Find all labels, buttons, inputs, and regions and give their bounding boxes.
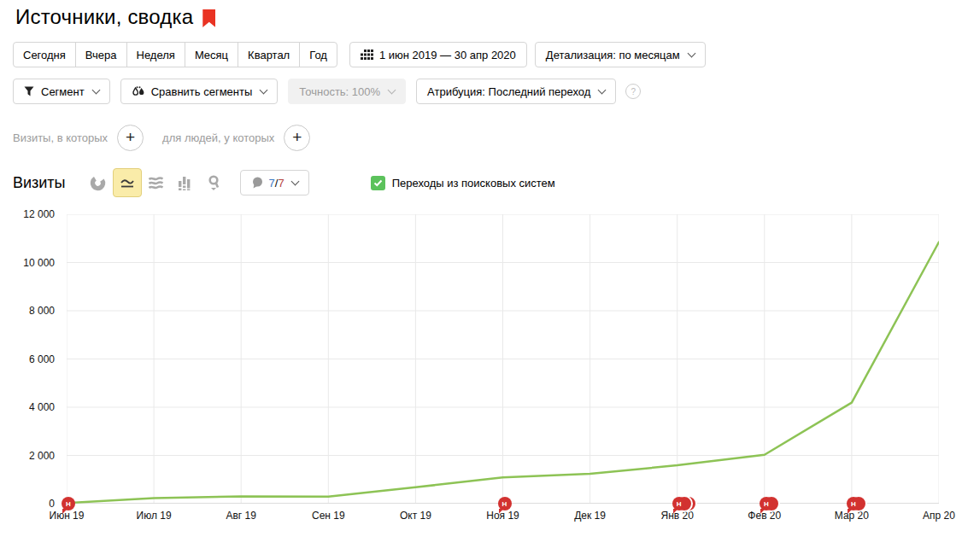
page-title: Источники, сводка	[15, 5, 193, 29]
chevron-down-icon	[687, 50, 695, 58]
x-axis-label: Мар 20	[835, 510, 869, 522]
bar-chart-button[interactable]	[171, 168, 200, 197]
bar-chart-icon	[178, 176, 193, 190]
y-axis-label: 8 000	[0, 305, 55, 317]
line-chart-icon	[120, 177, 135, 190]
attribution-label: Атрибуция: Последний переход	[427, 85, 590, 98]
compare-segments-label: Сравнить сегменты	[151, 85, 253, 98]
chevron-down-icon	[91, 86, 100, 95]
comment-bubble-icon	[251, 177, 264, 189]
pie-chart-icon	[90, 175, 106, 191]
x-axis-label: Авг 19	[226, 510, 255, 522]
date-range-value: 1 июн 2019 — 30 апр 2020	[379, 49, 516, 61]
period-button-3[interactable]: Месяц	[185, 42, 238, 67]
attribution-button[interactable]: Атрибуция: Последний переход	[416, 79, 616, 104]
stacked-area-button[interactable]	[142, 168, 171, 197]
x-axis-label: Дек 19	[574, 510, 606, 522]
geo-map-button[interactable]	[200, 168, 229, 197]
legend-checkbox-row[interactable]: Переходы из поисковых систем	[371, 176, 555, 190]
notice-marker-icon: Н	[62, 497, 75, 510]
visits-line-chart[interactable]	[67, 214, 939, 504]
date-range-button[interactable]: 1 июн 2019 — 30 апр 2020	[349, 42, 527, 67]
y-axis-label: 0	[0, 498, 55, 510]
period-button-group: СегодняВчераНеделяМесяцКварталГод	[13, 42, 337, 67]
notice-marker[interactable]: Н	[760, 497, 773, 510]
chevron-down-icon	[388, 86, 396, 95]
x-axis-label: Окт 19	[400, 510, 431, 522]
x-axis-label: Сен 19	[312, 510, 345, 522]
notice-marker-icon: Н	[672, 497, 686, 510]
y-axis-label: 4 000	[0, 401, 55, 413]
notice-marker[interactable]: Н	[847, 497, 860, 510]
legend-label: Переходы из поисковых систем	[392, 177, 555, 190]
stacked-area-icon	[148, 176, 164, 190]
period-button-1[interactable]: Вчера	[75, 42, 127, 67]
people-filter-label: для людей, у которых	[162, 131, 274, 144]
period-button-2[interactable]: Неделя	[126, 42, 185, 67]
sources-summary-page: { "page": { "title": "Источники, сводка"…	[0, 0, 962, 560]
compare-segments-button[interactable]: Сравнить сегменты	[120, 79, 279, 104]
segment-button[interactable]: Сегмент	[13, 79, 110, 104]
x-axis-label: Июл 19	[137, 510, 172, 522]
notice-marker-icon: Н	[498, 497, 512, 510]
y-axis-label: 10 000	[0, 257, 55, 269]
accuracy-button[interactable]: Точность: 100%	[288, 79, 406, 104]
x-axis-label: Апр 20	[923, 510, 955, 522]
notice-marker-icon: Н	[847, 497, 860, 510]
detail-label: Детализация: по месяцам	[546, 49, 680, 61]
line-chart-button[interactable]	[113, 168, 142, 197]
metric-title: Визиты	[13, 174, 66, 192]
geo-map-icon	[208, 175, 220, 191]
add-people-filter-button[interactable]: +	[284, 125, 310, 151]
goals-button[interactable]: 7/7	[240, 170, 309, 195]
notice-marker[interactable]: Н	[62, 497, 75, 510]
notice-marker-icon: Н	[760, 497, 773, 510]
chevron-down-icon	[290, 178, 299, 186]
x-axis-label: Фев 20	[748, 510, 781, 522]
checkbox-checked-icon[interactable]	[371, 176, 385, 190]
x-axis-label: Июн 19	[50, 510, 85, 522]
pie-chart-button[interactable]	[84, 168, 113, 197]
notice-marker[interactable]: Н	[498, 497, 512, 510]
segment-label: Сегмент	[41, 85, 85, 98]
period-button-5[interactable]: Год	[299, 42, 337, 67]
help-icon[interactable]: ?	[625, 84, 641, 99]
chevron-down-icon	[598, 86, 607, 95]
x-axis-label: Ноя 19	[486, 510, 519, 522]
notice-marker[interactable]: Н	[672, 497, 686, 510]
chevron-down-icon	[260, 86, 268, 95]
add-visit-filter-button[interactable]: +	[117, 125, 144, 151]
period-button-4[interactable]: Квартал	[238, 42, 300, 67]
visits-filter-label: Визиты, в которых	[13, 131, 108, 144]
y-axis-label: 12 000	[0, 208, 55, 220]
calendar-icon	[361, 50, 373, 60]
accuracy-label: Точность: 100%	[299, 85, 380, 98]
y-axis-label: 2 000	[0, 450, 55, 462]
funnel-icon	[24, 86, 35, 96]
period-button-0[interactable]: Сегодня	[13, 42, 76, 67]
detail-button[interactable]: Детализация: по месяцам	[535, 42, 706, 67]
y-axis-label: 6 000	[0, 353, 55, 365]
goals-count: 7/7	[269, 177, 284, 190]
bookmark-icon[interactable]	[202, 9, 215, 27]
compare-segments-icon	[132, 86, 145, 97]
